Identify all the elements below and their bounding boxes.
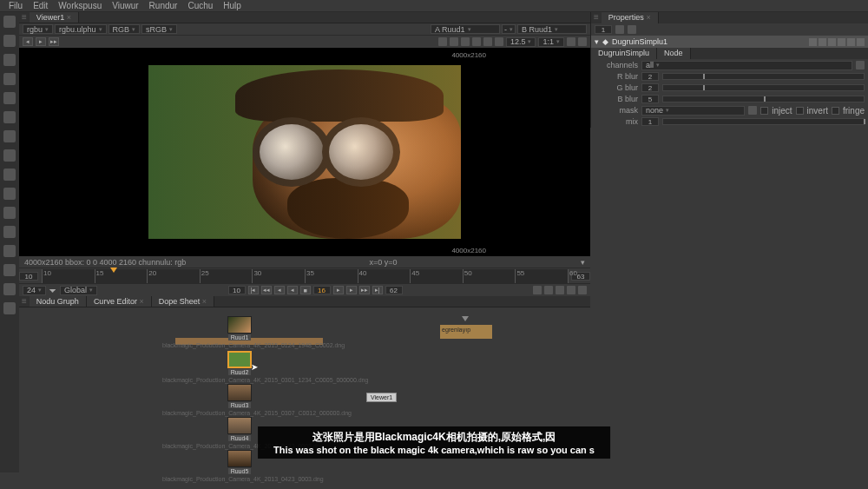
grid-icon[interactable] [461, 37, 470, 46]
clip-icon[interactable] [483, 37, 492, 46]
alpha-dropdown[interactable]: rgbu.ulphu [55, 24, 107, 34]
rblur-slider[interactable] [662, 73, 865, 80]
tab-dopesheet[interactable]: Dope Sheet [152, 296, 214, 307]
proxy-icon[interactable] [450, 37, 458, 46]
refresh-icon[interactable] [567, 37, 575, 46]
goto-end-icon[interactable]: ▸| [372, 286, 383, 294]
rgb-dropdown[interactable]: RGB [108, 24, 141, 34]
step-fwd-icon[interactable]: ▸▸ [359, 286, 370, 294]
panel-grip-icon[interactable]: ≡ [19, 12, 30, 23]
roi-icon[interactable] [438, 37, 447, 46]
step-back-icon[interactable]: ◂◂ [261, 286, 272, 294]
mix-slider[interactable] [662, 118, 865, 125]
a-input-dropdown[interactable]: A Ruud1 [431, 24, 500, 34]
menu-file[interactable]: Filu [3, 1, 28, 10]
prev-key-icon[interactable]: ◂ [274, 286, 285, 294]
goto-start-icon[interactable]: |◂ [248, 286, 259, 294]
prev-frame-icon[interactable]: ◂ [23, 37, 33, 46]
menu-cache[interactable]: Cuchu [182, 1, 218, 10]
redo-icon[interactable] [838, 38, 845, 46]
tab-properties[interactable]: Properties [602, 12, 659, 23]
center-icon[interactable] [809, 38, 817, 46]
menu-viewer[interactable]: Viuwur [107, 1, 143, 10]
menu-workspace[interactable]: Workspusu [53, 1, 107, 10]
tab-nodegraph[interactable]: Nodu Gruph [30, 296, 87, 307]
tool-icon[interactable] [3, 188, 16, 200]
wipe-mode[interactable]: - [502, 24, 516, 34]
help-icon[interactable] [847, 38, 855, 46]
viewport[interactable]: 4000x2160 4000x2160 [19, 48, 590, 256]
revert-icon[interactable] [819, 38, 826, 46]
clear-icon[interactable] [615, 25, 624, 34]
tool-icon[interactable] [3, 111, 16, 123]
ratio-dropdown[interactable]: 1:1 [538, 37, 564, 47]
range-start[interactable]: 10 [19, 272, 38, 281]
tool-icon[interactable] [3, 264, 16, 276]
pause-icon[interactable] [495, 37, 503, 46]
tool-icon[interactable] [3, 302, 16, 314]
settings-icon[interactable] [578, 286, 587, 294]
current-frame[interactable]: 16 [313, 286, 331, 294]
next-frame-icon[interactable]: ▸▸ [49, 37, 59, 46]
srgb-dropdown[interactable]: sRGB [141, 24, 177, 34]
channels-dropdown[interactable]: all [641, 61, 852, 70]
tool-icon[interactable] [3, 226, 16, 238]
tool-icon[interactable] [3, 73, 16, 85]
max-panels[interactable]: 1 [595, 25, 612, 34]
tab-curveeditor[interactable]: Curve Editor [87, 296, 152, 307]
read-node-4[interactable]: Ruud4 [227, 417, 252, 441]
stop-icon[interactable]: ■ [300, 286, 311, 294]
gblur-slider[interactable] [662, 84, 865, 91]
tool-icon[interactable] [3, 54, 16, 66]
viewer-node[interactable]: Viewer1 [366, 393, 397, 402]
download-icon[interactable] [567, 286, 575, 294]
lock-icon[interactable] [628, 25, 636, 34]
b-input-dropdown[interactable]: B Ruud1 [517, 24, 587, 34]
read-node-2[interactable]: Ruud2 [227, 351, 252, 375]
bounce-icon[interactable] [544, 286, 553, 294]
mask-dropdown[interactable]: none [641, 106, 745, 116]
play-fwd-icon[interactable]: ▸ [333, 286, 344, 294]
node-graph[interactable]: egrenIayıp Ruud1 blackmagic_Production_C… [19, 307, 590, 489]
timeline-ruler[interactable]: 10 15 20 25 30 35 40 45 50 55 60 [42, 269, 568, 283]
read-node-3[interactable]: Ruud3 [227, 384, 252, 408]
bblur-slider[interactable] [662, 96, 865, 102]
tool-icon[interactable] [3, 92, 16, 104]
gblur-input[interactable]: 2 [641, 83, 659, 92]
tool-icon[interactable] [3, 149, 16, 162]
mask-icon[interactable] [472, 37, 481, 46]
panel-grip-icon[interactable]: ≡ [19, 296, 30, 307]
layer-dropdown[interactable]: rgbu [23, 24, 53, 34]
node-header[interactable]: ▾ ◆ DugruinSimplu1 [591, 36, 868, 48]
tool-icon[interactable] [3, 16, 16, 28]
tab-degrain[interactable]: DugruinSimplu [591, 48, 657, 59]
collapse-icon[interactable]: ▾ [595, 37, 599, 46]
read-node-5[interactable]: Ruud5 [227, 450, 252, 474]
gear-icon[interactable] [578, 37, 587, 46]
read-node-1[interactable]: Ruud1 [227, 316, 252, 340]
close-icon[interactable] [857, 38, 865, 46]
fps-dropdown[interactable]: 24 [23, 286, 46, 295]
status-chevron-icon[interactable]: ▾ [581, 258, 585, 267]
timeline[interactable]: 10 10 15 20 25 30 35 40 45 50 55 60 63 [19, 268, 590, 284]
out-frame[interactable]: 62 [385, 286, 403, 294]
mask-swatch-icon[interactable] [748, 106, 757, 115]
inject-checkbox[interactable] [760, 107, 768, 115]
rblur-input[interactable]: 2 [641, 72, 659, 81]
tab-node[interactable]: Node [657, 48, 691, 59]
panel-grip-icon[interactable]: ≡ [591, 12, 602, 23]
next-key-icon[interactable]: ▸ [346, 286, 357, 294]
backdrop-node[interactable]: egrenIayıp [440, 325, 492, 339]
tool-icon[interactable] [3, 169, 16, 181]
loop-icon[interactable] [533, 286, 542, 294]
tool-icon[interactable] [3, 130, 16, 142]
undo-icon[interactable] [828, 38, 836, 46]
tool-icon[interactable] [3, 245, 16, 257]
tool-icon[interactable] [3, 35, 16, 47]
menu-edit[interactable]: Edit [28, 1, 53, 10]
play-back-icon[interactable]: ◂ [287, 286, 298, 294]
bblur-input[interactable]: 5 [641, 95, 659, 103]
fps-lock-icon[interactable]: ⏷ [49, 286, 57, 295]
play-icon[interactable]: ▸ [36, 37, 46, 46]
in-frame[interactable]: 10 [228, 286, 246, 294]
